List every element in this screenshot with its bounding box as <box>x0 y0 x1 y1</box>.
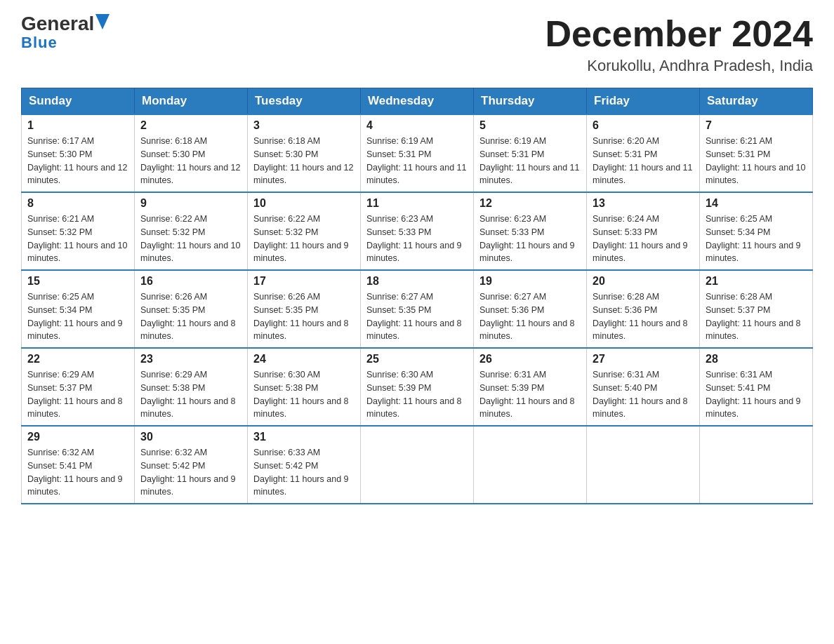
table-row: 22 Sunrise: 6:29 AM Sunset: 5:37 PM Dayl… <box>22 348 135 426</box>
table-row: 13 Sunrise: 6:24 AM Sunset: 5:33 PM Dayl… <box>587 192 700 270</box>
page-header: General Blue December 2024 Korukollu, An… <box>21 14 813 75</box>
table-row <box>700 426 813 504</box>
table-row: 25 Sunrise: 6:30 AM Sunset: 5:39 PM Dayl… <box>361 348 474 426</box>
day-number: 20 <box>593 275 694 288</box>
table-row: 12 Sunrise: 6:23 AM Sunset: 5:33 PM Dayl… <box>474 192 587 270</box>
day-number: 2 <box>140 119 241 132</box>
table-row: 28 Sunrise: 6:31 AM Sunset: 5:41 PM Dayl… <box>700 348 813 426</box>
logo-blue: Blue <box>21 34 58 52</box>
day-info: Sunrise: 6:24 AM Sunset: 5:33 PM Dayligh… <box>593 214 688 263</box>
table-row: 5 Sunrise: 6:19 AM Sunset: 5:31 PM Dayli… <box>474 114 587 192</box>
day-info: Sunrise: 6:33 AM Sunset: 5:42 PM Dayligh… <box>253 448 349 497</box>
table-row: 21 Sunrise: 6:28 AM Sunset: 5:37 PM Dayl… <box>700 270 813 348</box>
header-tuesday: Tuesday <box>248 88 361 115</box>
table-row: 18 Sunrise: 6:27 AM Sunset: 5:35 PM Dayl… <box>361 270 474 348</box>
day-info: Sunrise: 6:18 AM Sunset: 5:30 PM Dayligh… <box>253 136 353 185</box>
day-number: 17 <box>253 275 355 288</box>
day-number: 6 <box>593 119 694 132</box>
day-number: 13 <box>593 197 694 210</box>
table-row: 7 Sunrise: 6:21 AM Sunset: 5:31 PM Dayli… <box>700 114 813 192</box>
day-info: Sunrise: 6:26 AM Sunset: 5:35 PM Dayligh… <box>140 292 236 341</box>
location-title: Korukollu, Andhra Pradesh, India <box>545 57 813 75</box>
header-sunday: Sunday <box>22 88 135 115</box>
day-number: 12 <box>479 197 581 210</box>
logo: General Blue <box>21 14 110 52</box>
day-info: Sunrise: 6:22 AM Sunset: 5:32 PM Dayligh… <box>253 214 349 263</box>
table-row <box>587 426 700 504</box>
day-number: 10 <box>253 197 355 210</box>
day-info: Sunrise: 6:32 AM Sunset: 5:41 PM Dayligh… <box>27 448 123 497</box>
day-number: 15 <box>27 275 128 288</box>
day-info: Sunrise: 6:29 AM Sunset: 5:37 PM Dayligh… <box>27 370 123 419</box>
day-info: Sunrise: 6:28 AM Sunset: 5:37 PM Dayligh… <box>706 292 801 341</box>
day-number: 26 <box>479 353 581 365</box>
day-number: 4 <box>366 119 468 132</box>
day-number: 28 <box>706 353 807 365</box>
header-thursday: Thursday <box>474 88 587 115</box>
table-row: 29 Sunrise: 6:32 AM Sunset: 5:41 PM Dayl… <box>22 426 135 504</box>
day-number: 3 <box>253 119 355 132</box>
day-info: Sunrise: 6:29 AM Sunset: 5:38 PM Dayligh… <box>140 370 236 419</box>
day-number: 1 <box>27 119 128 132</box>
day-info: Sunrise: 6:31 AM Sunset: 5:40 PM Dayligh… <box>593 370 688 419</box>
table-row: 4 Sunrise: 6:19 AM Sunset: 5:31 PM Dayli… <box>361 114 474 192</box>
title-area: December 2024 Korukollu, Andhra Pradesh,… <box>545 14 813 75</box>
day-info: Sunrise: 6:26 AM Sunset: 5:35 PM Dayligh… <box>253 292 349 341</box>
day-number: 31 <box>253 431 355 443</box>
day-number: 7 <box>706 119 807 132</box>
day-info: Sunrise: 6:19 AM Sunset: 5:31 PM Dayligh… <box>366 136 466 185</box>
day-number: 9 <box>140 197 241 210</box>
day-number: 11 <box>366 197 468 210</box>
day-info: Sunrise: 6:27 AM Sunset: 5:36 PM Dayligh… <box>479 292 575 341</box>
day-number: 19 <box>479 275 581 288</box>
month-title: December 2024 <box>545 14 813 54</box>
logo-triangle-icon <box>95 14 110 29</box>
table-row: 9 Sunrise: 6:22 AM Sunset: 5:32 PM Dayli… <box>135 192 248 270</box>
day-number: 30 <box>140 431 241 443</box>
day-info: Sunrise: 6:23 AM Sunset: 5:33 PM Dayligh… <box>479 214 575 263</box>
header-saturday: Saturday <box>700 88 813 115</box>
header-wednesday: Wednesday <box>361 88 474 115</box>
table-row <box>474 426 587 504</box>
day-info: Sunrise: 6:25 AM Sunset: 5:34 PM Dayligh… <box>27 292 123 341</box>
table-row: 6 Sunrise: 6:20 AM Sunset: 5:31 PM Dayli… <box>587 114 700 192</box>
calendar-week-row: 29 Sunrise: 6:32 AM Sunset: 5:41 PM Dayl… <box>22 426 813 504</box>
table-row: 14 Sunrise: 6:25 AM Sunset: 5:34 PM Dayl… <box>700 192 813 270</box>
day-info: Sunrise: 6:17 AM Sunset: 5:30 PM Dayligh… <box>27 136 127 185</box>
day-number: 14 <box>706 197 807 210</box>
header-friday: Friday <box>587 88 700 115</box>
table-row: 24 Sunrise: 6:30 AM Sunset: 5:38 PM Dayl… <box>248 348 361 426</box>
day-info: Sunrise: 6:19 AM Sunset: 5:31 PM Dayligh… <box>479 136 579 185</box>
day-number: 18 <box>366 275 468 288</box>
day-info: Sunrise: 6:21 AM Sunset: 5:32 PM Dayligh… <box>27 214 127 263</box>
calendar-header-row: SundayMondayTuesdayWednesdayThursdayFrid… <box>22 88 813 115</box>
table-row: 15 Sunrise: 6:25 AM Sunset: 5:34 PM Dayl… <box>22 270 135 348</box>
day-number: 23 <box>140 353 241 365</box>
table-row: 31 Sunrise: 6:33 AM Sunset: 5:42 PM Dayl… <box>248 426 361 504</box>
table-row: 30 Sunrise: 6:32 AM Sunset: 5:42 PM Dayl… <box>135 426 248 504</box>
day-number: 29 <box>27 431 128 443</box>
table-row: 27 Sunrise: 6:31 AM Sunset: 5:40 PM Dayl… <box>587 348 700 426</box>
day-info: Sunrise: 6:31 AM Sunset: 5:41 PM Dayligh… <box>706 370 801 419</box>
table-row: 2 Sunrise: 6:18 AM Sunset: 5:30 PM Dayli… <box>135 114 248 192</box>
day-number: 24 <box>253 353 355 365</box>
day-info: Sunrise: 6:20 AM Sunset: 5:31 PM Dayligh… <box>593 136 692 185</box>
day-number: 25 <box>366 353 468 365</box>
table-row: 19 Sunrise: 6:27 AM Sunset: 5:36 PM Dayl… <box>474 270 587 348</box>
table-row: 17 Sunrise: 6:26 AM Sunset: 5:35 PM Dayl… <box>248 270 361 348</box>
day-info: Sunrise: 6:30 AM Sunset: 5:39 PM Dayligh… <box>366 370 462 419</box>
table-row <box>361 426 474 504</box>
day-info: Sunrise: 6:23 AM Sunset: 5:33 PM Dayligh… <box>366 214 462 263</box>
calendar-table: SundayMondayTuesdayWednesdayThursdayFrid… <box>21 88 813 504</box>
day-info: Sunrise: 6:21 AM Sunset: 5:31 PM Dayligh… <box>706 136 805 185</box>
header-monday: Monday <box>135 88 248 115</box>
day-number: 27 <box>593 353 694 365</box>
day-number: 22 <box>27 353 128 365</box>
day-info: Sunrise: 6:31 AM Sunset: 5:39 PM Dayligh… <box>479 370 575 419</box>
table-row: 1 Sunrise: 6:17 AM Sunset: 5:30 PM Dayli… <box>22 114 135 192</box>
calendar-week-row: 1 Sunrise: 6:17 AM Sunset: 5:30 PM Dayli… <box>22 114 813 192</box>
calendar-week-row: 15 Sunrise: 6:25 AM Sunset: 5:34 PM Dayl… <box>22 270 813 348</box>
day-info: Sunrise: 6:32 AM Sunset: 5:42 PM Dayligh… <box>140 448 236 497</box>
day-info: Sunrise: 6:28 AM Sunset: 5:36 PM Dayligh… <box>593 292 688 341</box>
table-row: 26 Sunrise: 6:31 AM Sunset: 5:39 PM Dayl… <box>474 348 587 426</box>
